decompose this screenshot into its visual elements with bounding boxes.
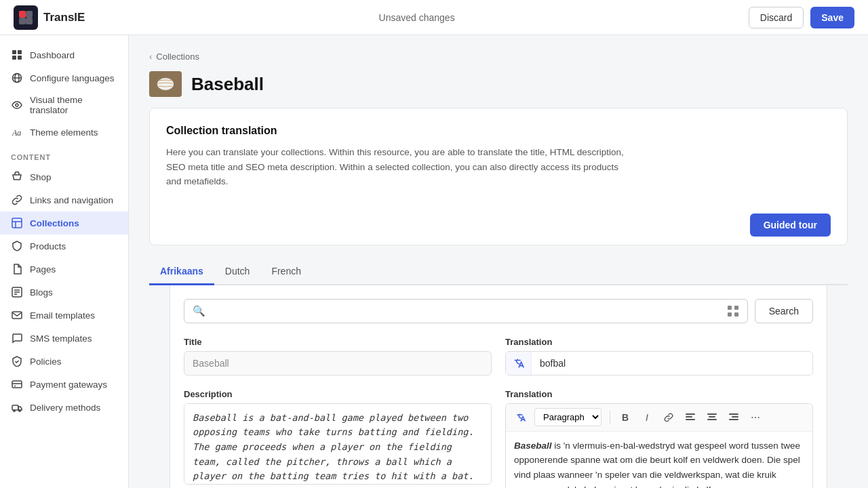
title-input[interactable] bbox=[184, 351, 492, 375]
sidebar-item-dashboard[interactable]: Dashboard bbox=[0, 43, 128, 66]
bold-button[interactable]: B bbox=[616, 408, 635, 427]
svg-rect-0 bbox=[19, 11, 26, 18]
search-input[interactable] bbox=[214, 300, 719, 323]
eye-icon bbox=[11, 99, 23, 111]
collection-icon bbox=[11, 217, 23, 229]
svg-rect-29 bbox=[728, 306, 732, 310]
breadcrumb[interactable]: ‹ Collections bbox=[149, 52, 848, 62]
sidebar-item-label: Policies bbox=[30, 357, 62, 367]
more-options-button[interactable]: ⋯ bbox=[746, 408, 765, 427]
sidebar-item-pages[interactable]: Pages bbox=[0, 258, 128, 281]
tabs-bar: Afrikaans Dutch French bbox=[149, 259, 848, 285]
paragraph-select[interactable]: Paragraph Heading 1 Heading 2 bbox=[534, 408, 601, 426]
save-button[interactable]: Save bbox=[810, 7, 854, 28]
description-textarea[interactable] bbox=[184, 403, 492, 485]
rte-wrapper: Paragraph Heading 1 Heading 2 B I bbox=[505, 403, 813, 488]
sidebar-item-products[interactable]: Products bbox=[0, 235, 128, 258]
svg-rect-13 bbox=[12, 218, 22, 228]
sidebar-item-label: Pages bbox=[30, 264, 56, 274]
sidebar-item-visual-theme-translator[interactable]: Visual theme translator bbox=[0, 89, 128, 121]
description-translation-field: Translation Paragraph bbox=[505, 389, 813, 488]
svg-rect-3 bbox=[26, 18, 33, 24]
sidebar: Dashboard Configure languages Visual the… bbox=[0, 35, 129, 488]
sidebar-item-payment-gateways[interactable]: Payment gateways bbox=[0, 373, 128, 396]
rte-toolbar: Paragraph Heading 1 Heading 2 B I bbox=[506, 404, 812, 432]
guided-tour-button[interactable]: Guided tour bbox=[750, 214, 831, 237]
email-icon bbox=[11, 309, 23, 321]
link-button[interactable] bbox=[659, 408, 678, 427]
logo: TranslE bbox=[14, 5, 85, 30]
sms-icon bbox=[11, 332, 23, 344]
breadcrumb-arrow: ‹ bbox=[149, 52, 152, 62]
description-row: Description Translation bbox=[184, 389, 813, 488]
sidebar-item-blogs[interactable]: Blogs bbox=[0, 281, 128, 304]
svg-rect-37 bbox=[709, 416, 715, 418]
sidebar-item-label: Blogs bbox=[30, 287, 53, 298]
text-icon: Aa bbox=[11, 126, 23, 138]
sidebar-item-sms-templates[interactable]: SMS templates bbox=[0, 327, 128, 350]
product-icon bbox=[11, 240, 23, 252]
main-content: ‹ Collections Baseball Coll bbox=[129, 35, 868, 488]
align-right-button[interactable] bbox=[724, 408, 743, 427]
payment-icon bbox=[11, 378, 23, 390]
rte-translate-icon bbox=[513, 408, 529, 427]
italic-button[interactable]: I bbox=[637, 408, 656, 427]
tab-dutch[interactable]: Dutch bbox=[214, 259, 261, 285]
title-fields-row: Title Translation bbox=[184, 337, 813, 375]
title-translation-field: Translation bbox=[505, 337, 813, 375]
unsaved-label: Unsaved changes bbox=[379, 12, 455, 23]
svg-rect-36 bbox=[707, 413, 717, 415]
policy-icon bbox=[11, 355, 23, 367]
description-translation-label: Translation bbox=[505, 389, 813, 399]
align-center-button[interactable] bbox=[703, 408, 722, 427]
svg-rect-33 bbox=[686, 413, 695, 415]
topbar-actions: Discard Save bbox=[749, 7, 854, 28]
sidebar-item-theme-elements[interactable]: Aa Theme elements bbox=[0, 121, 128, 144]
svg-point-11 bbox=[16, 104, 18, 106]
svg-rect-40 bbox=[732, 416, 738, 418]
translation-input-wrapper bbox=[505, 351, 813, 375]
card-description: Here you can translate your collections.… bbox=[166, 145, 627, 189]
svg-rect-1 bbox=[26, 11, 33, 18]
description-label: Description bbox=[184, 389, 492, 399]
sidebar-item-links-and-navigation[interactable]: Links and navigation bbox=[0, 188, 128, 211]
blog-icon bbox=[11, 286, 23, 298]
sidebar-item-label: Dashboard bbox=[30, 50, 75, 60]
content-section-label: CONTENT bbox=[0, 144, 128, 165]
sidebar-item-label: Configure languages bbox=[30, 73, 115, 83]
tabs-section: Afrikaans Dutch French 🔍 bbox=[149, 259, 848, 488]
sidebar-item-configure-languages[interactable]: Configure languages bbox=[0, 66, 128, 89]
align-left-button[interactable] bbox=[681, 408, 700, 427]
svg-rect-34 bbox=[686, 416, 692, 418]
description-field: Description bbox=[184, 389, 492, 488]
sidebar-item-delivery-methods[interactable]: Delivery methods bbox=[0, 396, 128, 419]
sidebar-item-label: Theme elements bbox=[30, 127, 98, 138]
tab-french[interactable]: French bbox=[260, 259, 312, 285]
sidebar-item-label: Email templates bbox=[30, 310, 95, 321]
sidebar-item-label: Collections bbox=[30, 218, 79, 228]
sidebar-item-collections[interactable]: Collections bbox=[0, 211, 128, 235]
grid-icon bbox=[11, 49, 23, 61]
title-label: Title bbox=[184, 337, 492, 347]
sidebar-item-policies[interactable]: Policies bbox=[0, 350, 128, 373]
search-button[interactable]: Search bbox=[755, 299, 813, 323]
collection-translation-card: Collection translation Here you can tran… bbox=[149, 108, 848, 245]
content-header: ‹ Collections Baseball bbox=[129, 35, 868, 108]
rte-divider bbox=[610, 411, 610, 424]
sidebar-item-label: Delivery methods bbox=[30, 403, 100, 413]
grid-view-icon bbox=[719, 305, 747, 317]
translation-label: Translation bbox=[505, 337, 813, 347]
svg-rect-30 bbox=[734, 306, 738, 310]
sidebar-item-shop[interactable]: Shop bbox=[0, 165, 128, 188]
svg-rect-38 bbox=[707, 419, 717, 420]
sidebar-item-email-templates[interactable]: Email templates bbox=[0, 304, 128, 327]
discard-button[interactable]: Discard bbox=[749, 7, 804, 28]
rte-content[interactable]: Baseball is 'n vlermuis-en-bal-wedstryd … bbox=[506, 432, 812, 488]
tab-afrikaans[interactable]: Afrikaans bbox=[149, 259, 214, 285]
svg-rect-32 bbox=[734, 312, 738, 317]
translation-input[interactable] bbox=[532, 352, 812, 375]
svg-rect-4 bbox=[12, 50, 16, 54]
translate-icon bbox=[506, 352, 532, 375]
logo-icon bbox=[14, 5, 38, 30]
card-footer: Guided tour bbox=[150, 205, 847, 245]
